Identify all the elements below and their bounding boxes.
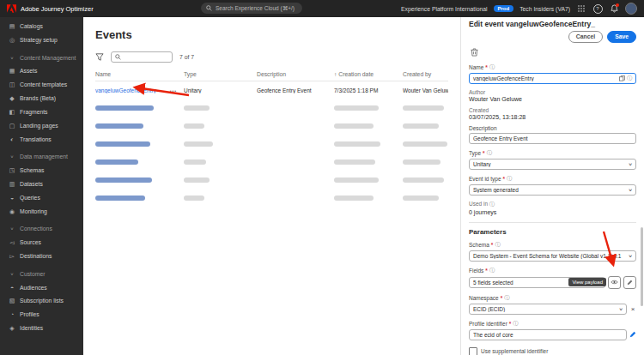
sidebar-item-strategy-setup[interactable]: ◎Strategy setup — [0, 33, 83, 47]
sidebar-item-profiles[interactable]: ◔Profiles — [0, 308, 83, 322]
adobe-logo[interactable] — [7, 4, 16, 13]
redacted-bar — [95, 196, 145, 201]
author-label: Author — [469, 89, 636, 95]
table-row-redacted[interactable] — [95, 153, 448, 171]
table-row-redacted[interactable] — [95, 171, 448, 190]
sidebar-item-label: Content templates — [20, 81, 67, 88]
sidebar-item-fragments[interactable]: ◧Fragments — [0, 105, 83, 119]
table-row-redacted[interactable] — [95, 135, 448, 153]
supplemental-identifier-checkbox[interactable] — [469, 347, 477, 355]
sidebar-item-queries[interactable]: ◒Queries — [0, 191, 83, 205]
table-row-redacted[interactable] — [95, 99, 448, 117]
sidebar-item-label: Profiles — [20, 311, 39, 318]
schema-select[interactable]: Demo System - Event Schema for Website (… — [469, 250, 636, 262]
global-search-placeholder: Search Experience Cloud (⌘+/) — [216, 5, 295, 12]
sidebar-item-catalogs[interactable]: ▤Catalogs — [0, 20, 83, 33]
sidebar-section-connections[interactable]: Connections — [0, 222, 83, 236]
redacted-bar — [334, 105, 379, 111]
panel-scrollbar[interactable] — [641, 227, 643, 306]
column-header-created-by[interactable]: Created by — [403, 71, 448, 77]
list-search-input[interactable] — [111, 51, 173, 63]
sidebar-item-label: Queries — [20, 195, 40, 202]
edit-fields-button[interactable] — [623, 276, 636, 289]
filter-icon[interactable] — [95, 53, 104, 61]
more-actions-button[interactable] — [170, 87, 177, 93]
sidebar-item-assets[interactable]: ▦Assets — [0, 64, 83, 78]
topbar-left: Adobe Journey Optimizer — [0, 4, 94, 13]
fragments-icon: ◧ — [9, 109, 15, 115]
namespace-select[interactable]: ECID (ECID) — [469, 304, 627, 315]
sidebar-item-monitoring[interactable]: ◉Monitoring — [0, 205, 83, 219]
sidebar-item-destinations[interactable]: ▻Destinations — [0, 250, 83, 263]
sidebar-item-schemas[interactable]: ◳Schemas — [0, 164, 83, 178]
sources-icon: ◅ — [9, 239, 15, 245]
delete-event-button[interactable] — [469, 47, 480, 58]
redacted-bar — [334, 178, 379, 183]
column-header-creation-date[interactable]: Creation date — [334, 71, 403, 77]
topbar-right: Experience Platform International Prod T… — [401, 3, 644, 15]
events-table: Name Type Description Creation date Crea… — [95, 71, 448, 208]
view-payload-button[interactable] — [608, 276, 621, 289]
copy-icon[interactable] — [619, 75, 625, 81]
sidebar-item-audiences[interactable]: ◓Audiences — [0, 281, 83, 295]
sidebar-item-landing-pages[interactable]: ▢Landing pages — [0, 119, 83, 133]
sidebar-item-datasets[interactable]: ▥Datasets — [0, 178, 83, 191]
table-row-redacted[interactable] — [95, 117, 448, 135]
event-name-link[interactable]: vangeluwGeofenceEntry_ — [95, 87, 159, 93]
profile-identifier-input[interactable]: The ecid of core — [469, 329, 627, 340]
cancel-button[interactable]: Cancel — [568, 31, 603, 43]
table-row-redacted[interactable] — [95, 190, 448, 208]
sandbox-switcher[interactable]: Tech Insiders (VA7) — [519, 6, 570, 12]
redacted-bar — [184, 123, 204, 129]
clear-namespace-button[interactable] — [629, 305, 636, 313]
avatar[interactable] — [625, 3, 637, 15]
used-in-label: Used in — [469, 201, 636, 208]
type-select[interactable]: Unitary — [469, 159, 636, 170]
sidebar-section-content-management[interactable]: Content Management — [0, 51, 83, 65]
redacted-bar — [95, 105, 154, 111]
sidebar-section-customer[interactable]: Customer — [0, 268, 83, 281]
apps-icon[interactable] — [576, 3, 586, 14]
sidebar-item-label: Catalogs — [20, 23, 43, 30]
column-header-type[interactable]: Type — [184, 71, 257, 77]
redacted-bar — [403, 196, 439, 201]
sidebar-item-sources[interactable]: ◅Sources — [0, 236, 83, 250]
redacted-bar — [184, 159, 206, 165]
sidebar-item-translations[interactable]: ◐Translations — [0, 133, 83, 147]
app-window: Adobe Journey Optimizer Search Experienc… — [0, 0, 644, 355]
name-input[interactable]: vangeluwGeofenceEntry_ — [469, 73, 636, 84]
sidebar-item-brands-beta[interactable]: ◆Brands (Beta) — [0, 92, 83, 105]
redacted-bar — [334, 123, 374, 129]
sidebar-item-subscription-lists[interactable]: ▧Subscription lists — [0, 294, 83, 308]
chevron-down-icon — [9, 226, 15, 232]
redacted-bar — [403, 141, 447, 147]
table-row[interactable]: vangeluwGeofenceEntry_ Unitary Geofence … — [95, 81, 448, 99]
chevron-down-icon — [9, 271, 15, 277]
translations-icon: ◐ — [9, 136, 15, 142]
info-icon — [513, 320, 518, 328]
edit-profile-identifier-button[interactable] — [629, 331, 636, 338]
schema-value: Demo System - Event Schema for Website (… — [473, 253, 626, 259]
column-header-description[interactable]: Description — [257, 71, 334, 77]
info-icon — [507, 175, 512, 183]
event-creation-date: 7/3/2025 1:18 PM — [334, 87, 403, 93]
save-button[interactable]: Save — [607, 31, 636, 43]
sidebar-item-identities[interactable]: ◈Identities — [0, 322, 83, 335]
redacted-bar — [95, 178, 152, 183]
sidebar-item-label: Strategy setup — [20, 37, 58, 44]
help-icon[interactable]: ? — [592, 3, 603, 14]
content-templates-icon: ◫ — [9, 81, 15, 87]
redacted-bar — [95, 141, 150, 147]
description-input[interactable]: Geofence Entry Event — [469, 133, 636, 144]
namespace-label: Namespace* — [469, 294, 636, 302]
sidebar-section-data-management[interactable]: Data management — [0, 150, 83, 164]
sidebar-item-content-templates[interactable]: ◫Content templates — [0, 78, 83, 92]
column-header-name[interactable]: Name — [95, 71, 184, 77]
sort-ascending-icon — [334, 71, 337, 77]
global-search-input[interactable]: Search Experience Cloud (⌘+/) — [201, 3, 302, 14]
sidebar-item-label: Data management — [20, 153, 68, 160]
event-id-type-select[interactable]: System generated — [469, 184, 636, 196]
sidebar-item-label: Sources — [20, 239, 41, 246]
redacted-bar — [184, 105, 210, 111]
notifications-icon[interactable] — [609, 3, 619, 14]
